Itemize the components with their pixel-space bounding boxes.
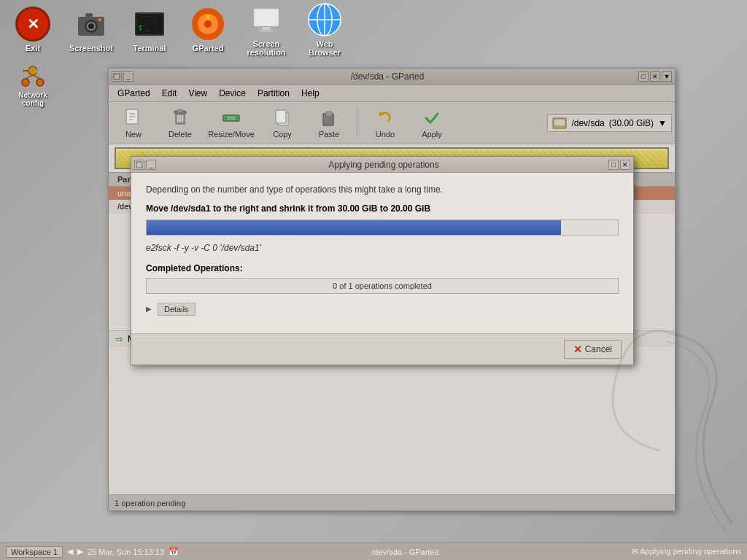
taskbar-item-terminal[interactable]: _ $ _ Terminal [124,7,175,52]
svg-point-24 [22,79,29,86]
taskbar-item-web-browser[interactable]: Web Browser [299,2,350,57]
svg-text:$ _: $ _ [139,25,150,31]
network-config-icon [18,62,47,91]
svg-point-5 [98,18,101,21]
taskbar-item-gparted[interactable]: GParted [182,7,233,52]
exit-icon: ✕ [15,7,50,42]
camera-icon [74,7,109,42]
modal-info-text: Depending on the number and type of oper… [146,184,619,195]
status-right-label: Applying pending operations [640,547,741,556]
details-arrow-icon: ▶ [146,305,155,314]
svg-rect-16 [259,30,274,32]
details-row: ▶ Details [146,303,619,316]
taskbar-top: ✕ Exit Screenshot [0,0,747,58]
modal-footer: ✕ Cancel [131,333,633,365]
exit-label: Exit [26,44,40,52]
ops-progress-container: 0 of 1 operations completed [146,278,619,294]
nav-right-icon[interactable]: ▶ [77,547,83,556]
taskbar-item-screenshot[interactable]: Screenshot [66,7,117,52]
modal-body: Depending on the number and type of oper… [131,173,633,333]
modal-titlebar-buttons: _ [134,160,156,170]
svg-line-27 [33,75,40,79]
svg-point-12 [204,20,212,28]
modal-icon-btn [134,160,144,170]
svg-point-25 [36,79,44,86]
details-button[interactable]: Details [158,303,196,316]
center-label: /dev/sda - GParted [371,548,438,556]
notification-icon: ✉ [632,547,638,556]
taskbar-item-network-config[interactable]: Network config [7,62,58,107]
globe-icon [307,2,342,37]
taskbar-bottom-center: /dev/sda - GParted [179,548,632,556]
svg-rect-14 [255,9,278,26]
web-browser-label: Web Browser [299,39,350,57]
taskbar-item-exit[interactable]: ✕ Exit [7,7,58,52]
desktop: ✕ Exit Screenshot [0,0,747,560]
taskbar-bottom-left: Workspace 1 ◀ ▶ 25 Mar, Sun 15:13:13 📅 [6,546,179,558]
completed-operations-label: Completed Operations: [146,263,619,273]
svg-line-26 [26,75,33,79]
cancel-label: Cancel [585,344,612,354]
modal-titlebar: _ Applying pending operations □ ✕ [131,157,633,173]
screen-resolution-label: Screen resolution [241,39,292,57]
datetime-text: 25 Mar, Sun 15:13:13 [88,548,164,556]
svg-rect-51 [136,162,142,168]
taskbar-bottom-right: ✉ Applying pending operations [632,547,741,556]
screen-resolution-icon [249,2,284,37]
calendar-icon: 📅 [169,547,179,556]
modal-overlay: _ Applying pending operations □ ✕ Depend… [109,69,675,510]
progress-bar-fill [147,220,561,235]
terminal-label: Terminal [133,44,166,52]
terminal-icon: _ $ _ [132,7,167,42]
modal-maximize-btn[interactable]: □ [608,160,619,170]
cancel-icon: ✕ [573,343,582,355]
svg-rect-4 [85,13,93,18]
modal-dialog: _ Applying pending operations □ ✕ Depend… [131,156,634,365]
modal-operation-title: Move /dev/sda1 to the right and shrink i… [146,203,619,214]
gparted-window: _ /dev/sda - GParted □ ✕ ▼ GParted Edit … [108,68,676,511]
svg-point-3 [88,23,94,29]
nav-left-icon[interactable]: ◀ [67,547,73,556]
taskbar-item-screen-resolution[interactable]: Screen resolution [241,2,292,57]
modal-close-btn[interactable]: ✕ [620,160,630,170]
network-config-label: Network config [7,91,58,107]
modal-title: Applying pending operations [159,160,608,170]
gparted-icon [190,7,225,42]
modal-minimize-btn[interactable]: _ [146,160,156,170]
cancel-button[interactable]: ✕ Cancel [564,340,622,359]
progress-bar-container [146,219,619,236]
ops-progress-text: 0 of 1 operations completed [333,281,432,290]
taskbar-bottom: Workspace 1 ◀ ▶ 25 Mar, Sun 15:13:13 📅 /… [0,542,747,560]
svg-rect-15 [262,27,271,30]
gparted-label: GParted [193,44,224,52]
screenshot-label: Screenshot [69,44,113,52]
workspace-button[interactable]: Workspace 1 [6,546,63,558]
modal-command: e2fsck -f -y -v -C 0 '/dev/sda1' [146,243,619,253]
